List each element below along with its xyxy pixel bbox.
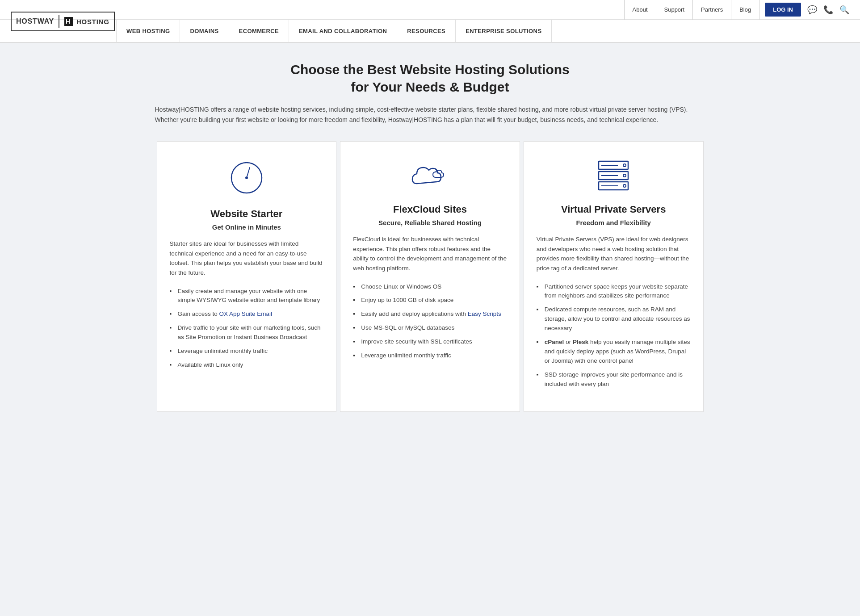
card-icon-speedometer [170,158,324,199]
main-navigation: WEB HOSTING DOMAINS ECOMMERCE EMAIL AND … [0,20,860,43]
easy-scripts-link[interactable]: Easy Scripts [468,310,501,317]
logo-hostway-text: HOSTWAY [16,17,54,25]
logo-hosting-text: HOSTING [76,18,109,25]
svg-point-6 [623,164,626,167]
login-button[interactable]: LOG IN [765,3,801,17]
card-website-starter: Website Starter Get Online in Minutes St… [157,141,337,412]
topnav-support[interactable]: Support [656,0,693,20]
card-vps: Virtual Private Servers Freedom and Flex… [524,141,704,412]
list-item: Choose Linux or Windows OS [353,282,507,292]
list-item: Partitioned server space keeps your webs… [537,282,691,301]
search-icon[interactable]: 🔍 [839,5,849,15]
list-item: Easily create and manage your website wi… [170,287,324,306]
list-item: Available with Linux only [170,360,324,370]
topnav-about[interactable]: About [624,0,656,20]
list-item: Dedicated compute resources, such as RAM… [537,305,691,333]
speedometer-icon [227,158,267,198]
list-item: Leverage unlimited monthly traffic [170,347,324,356]
card-flexcloud-sites: FlexCloud Sites Secure, Reliable Shared … [340,141,520,412]
nav-resources[interactable]: RESOURCES [397,19,456,42]
page-title: Choose the Best Website Hosting Solution… [155,61,705,96]
logo: HOSTWAY H HOSTING [11,0,115,43]
card-title-website-starter: Website Starter [170,208,324,220]
svg-point-12 [623,184,626,187]
list-item: Enjoy up to 1000 GB of disk space [353,296,507,305]
card-subtitle-vps: Freedom and Flexibility [537,219,691,226]
card-features-website-starter: Easily create and manage your website wi… [170,287,324,370]
card-subtitle-website-starter: Get Online in Minutes [170,223,324,231]
logo-h-icon: H [64,17,74,26]
svg-point-4 [245,176,248,179]
cloud-icon [408,158,453,193]
server-icon [593,158,633,193]
svg-text:H: H [66,18,70,25]
svg-point-9 [623,174,626,177]
topnav-blog[interactable]: Blog [731,0,759,20]
phone-icon[interactable]: 📞 [823,5,833,15]
ox-app-suite-link[interactable]: OX App Suite Email [219,310,273,317]
nav-domains[interactable]: DOMAINS [180,19,229,42]
svg-line-3 [247,168,250,178]
main-content: Choose the Best Website Hosting Solution… [144,43,716,439]
list-item: Drive traffic to your site with our mark… [170,323,324,342]
topnav-partners[interactable]: Partners [693,0,731,20]
card-title-vps: Virtual Private Servers [537,204,691,215]
list-item: Use MS-SQL or MySQL databases [353,323,507,333]
list-item: Gain access to OX App Suite Email [170,310,324,319]
list-item: Leverage unlimited monthly traffic [353,351,507,360]
page-description: Hostway|HOSTING offers a range of websit… [155,105,705,125]
nav-email-collaboration[interactable]: EMAIL AND COLLABORATION [289,19,397,42]
card-desc-website-starter: Starter sites are ideal for businesses w… [170,239,324,277]
list-item: Easily add and deploy applications with … [353,310,507,319]
nav-ecommerce[interactable]: ECOMMERCE [229,19,289,42]
nav-enterprise-solutions[interactable]: ENTERPRISE SOLUTIONS [456,19,552,42]
chat-icon[interactable]: 💬 [807,5,817,15]
card-title-flexcloud: FlexCloud Sites [353,204,507,215]
list-item: SSD storage improves your site performan… [537,370,691,389]
nav-web-hosting[interactable]: WEB HOSTING [116,19,180,42]
card-features-vps: Partitioned server space keeps your webs… [537,282,691,389]
card-icon-cloud [353,158,507,195]
card-icon-server [537,158,691,195]
list-item: cPanel or Plesk help you easily manage m… [537,338,691,366]
card-features-flexcloud: Choose Linux or Windows OS Enjoy up to 1… [353,282,507,361]
cards-container: Website Starter Get Online in Minutes St… [155,141,705,412]
card-desc-vps: Virtual Private Servers (VPS) are ideal … [537,235,691,273]
card-subtitle-flexcloud: Secure, Reliable Shared Hosting [353,219,507,226]
list-item: Improve site security with SSL certifica… [353,337,507,347]
card-desc-flexcloud: FlexCloud is ideal for businesses with t… [353,235,507,273]
